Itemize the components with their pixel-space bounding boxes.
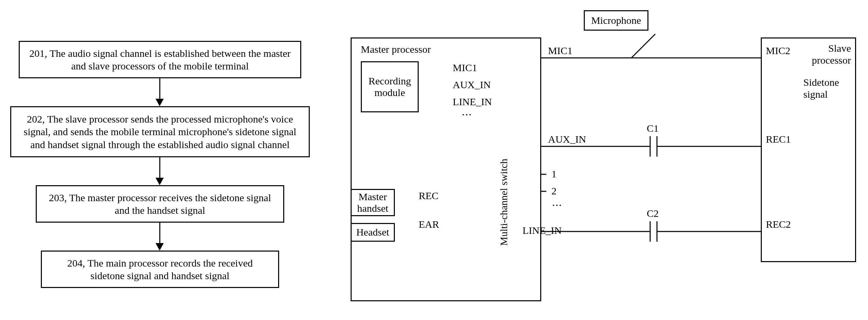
ear-label: EAR bbox=[419, 219, 439, 230]
flow-step-201: 201, The audio signal channel is establi… bbox=[19, 41, 301, 78]
c1-label: C1 bbox=[647, 123, 659, 134]
flow-step-202: 202, The slave processor sends the proce… bbox=[10, 106, 310, 157]
flow-step-204: 204, The main processor records the rece… bbox=[41, 251, 279, 288]
flow-arrow-2 bbox=[159, 157, 160, 178]
master-handset-box: Master handset bbox=[351, 189, 395, 216]
rec-auxin: AUX_IN bbox=[453, 79, 491, 91]
rec-label: REC bbox=[419, 190, 438, 202]
flow-arrowhead-3 bbox=[156, 243, 164, 251]
flow-arrow-1 bbox=[159, 78, 160, 99]
rec-mic1: MIC1 bbox=[453, 62, 477, 74]
rec-linein: LINE_IN bbox=[453, 96, 492, 108]
flowchart: 201, The audio signal channel is establi… bbox=[0, 0, 330, 320]
microphone-box: Microphone bbox=[584, 10, 648, 31]
rec2-label: REC2 bbox=[766, 219, 791, 230]
flow-arrowhead-2 bbox=[156, 178, 164, 185]
schematic: Microphone Master processor Slave proces… bbox=[330, 0, 868, 320]
auxin-bus-label: AUX_IN bbox=[548, 133, 586, 145]
linein-bus-label: LINE_IN bbox=[523, 225, 562, 236]
flow-arrow-3 bbox=[159, 223, 160, 243]
headset-box: Headset bbox=[351, 223, 395, 242]
sidetone-label: Sidetone signal bbox=[803, 77, 851, 100]
mic1-label: MIC1 bbox=[548, 45, 573, 57]
mic2-label: MIC2 bbox=[766, 45, 790, 57]
svg-line-1 bbox=[631, 34, 655, 58]
rec1-label: REC1 bbox=[766, 133, 791, 145]
rec-dots: ⋮ bbox=[461, 110, 473, 121]
recording-module-box: Recording module bbox=[361, 61, 419, 112]
flow-step-203: 203, The master processor receives the s… bbox=[36, 185, 284, 223]
multi-switch-label: Multi-channel switch bbox=[498, 171, 510, 246]
master-processor-label: Master processor bbox=[361, 44, 431, 55]
flow-arrowhead-1 bbox=[156, 99, 164, 106]
c2-label: C2 bbox=[647, 208, 659, 219]
switch-port-1: 1 bbox=[551, 168, 557, 180]
slave-processor-label: Slave processor bbox=[808, 43, 851, 66]
switch-port-dots: ⋮ bbox=[551, 200, 563, 211]
switch-port-2: 2 bbox=[551, 185, 557, 197]
